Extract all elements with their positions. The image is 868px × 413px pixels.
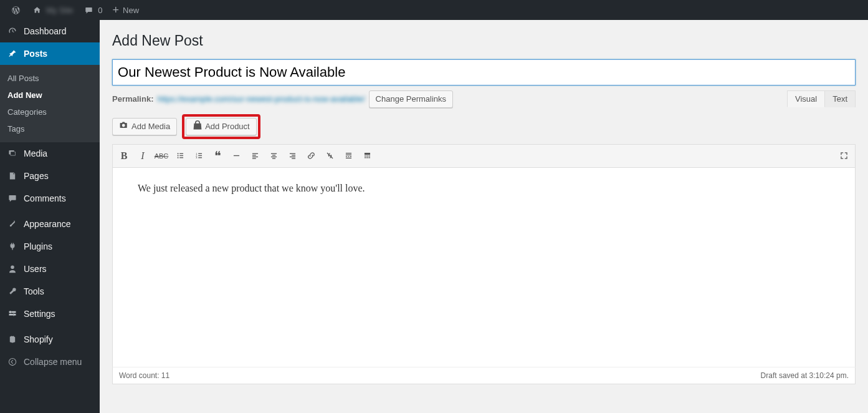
svg-rect-25 xyxy=(292,158,295,159)
admin-sidebar: Dashboard Posts All Posts Add New Catego… xyxy=(0,20,100,413)
posts-submenu: All Posts Add New Categories Tags xyxy=(0,65,100,142)
svg-rect-35 xyxy=(368,156,370,157)
svg-rect-15 xyxy=(252,155,255,156)
italic-button[interactable]: I xyxy=(134,147,151,165)
new-content[interactable]: + New xyxy=(108,0,145,20)
sidebar-item-shopify[interactable]: Shopify xyxy=(0,328,100,351)
svg-rect-29 xyxy=(348,157,349,157)
sidebar-collapse[interactable]: Collapse menu xyxy=(0,351,100,373)
comments-count: 0 xyxy=(98,6,102,15)
shopify-bag-icon xyxy=(193,120,203,133)
svg-point-5 xyxy=(177,157,178,158)
svg-rect-6 xyxy=(179,157,183,158)
add-media-button[interactable]: Add Media xyxy=(112,118,177,135)
svg-rect-31 xyxy=(345,158,351,158)
bulleted-list-button[interactable] xyxy=(171,147,189,165)
permalink-label: Permalink: xyxy=(112,94,153,104)
editor-toolbar: B I ABC 123 ❝ xyxy=(112,144,856,168)
editor-wrap: Add Media Add Product Visual Text B xyxy=(112,114,856,384)
svg-rect-38 xyxy=(368,157,370,158)
sidebar-label: Media xyxy=(24,148,47,158)
editor-content: We just released a new product that we k… xyxy=(138,180,830,197)
link-button[interactable] xyxy=(302,147,320,165)
submenu-add-new[interactable]: Add New xyxy=(0,87,100,104)
wp-logo[interactable] xyxy=(5,0,26,20)
sidebar-item-users[interactable]: Users xyxy=(0,258,100,280)
svg-rect-2 xyxy=(179,153,183,154)
add-product-button[interactable]: Add Product xyxy=(186,118,257,135)
svg-rect-36 xyxy=(364,157,366,158)
svg-text:3: 3 xyxy=(196,156,197,159)
align-left-button[interactable] xyxy=(246,147,264,165)
site-home[interactable]: My Site xyxy=(26,0,78,20)
svg-rect-33 xyxy=(364,156,366,157)
align-center-button[interactable] xyxy=(265,147,282,165)
comment-icon xyxy=(83,4,94,16)
svg-rect-12 xyxy=(198,157,202,158)
sidebar-item-dashboard[interactable]: Dashboard xyxy=(0,20,100,42)
numbered-list-button[interactable]: 123 xyxy=(190,147,207,165)
svg-rect-22 xyxy=(289,153,295,154)
sidebar-item-settings[interactable]: Settings xyxy=(0,303,100,325)
submenu-tags[interactable]: Tags xyxy=(0,120,100,137)
dashboard-icon xyxy=(6,25,19,37)
editor-tabs: Visual Text xyxy=(787,90,856,107)
read-more-button[interactable] xyxy=(340,147,357,165)
strikethrough-button[interactable]: ABC xyxy=(153,147,170,165)
svg-rect-26 xyxy=(345,153,351,153)
sidebar-item-tools[interactable]: Tools xyxy=(0,280,100,303)
bold-button[interactable]: B xyxy=(115,147,133,165)
svg-rect-34 xyxy=(366,156,368,157)
blockquote-button[interactable]: ❝ xyxy=(209,147,226,165)
svg-rect-27 xyxy=(345,155,351,155)
change-permalinks-button[interactable]: Change Permalinks xyxy=(369,90,453,108)
svg-rect-14 xyxy=(252,153,257,154)
sidebar-item-pages[interactable]: Pages xyxy=(0,165,100,187)
sidebar-label: Users xyxy=(24,264,47,274)
svg-point-3 xyxy=(177,155,178,157)
submenu-categories[interactable]: Categories xyxy=(0,104,100,120)
svg-rect-18 xyxy=(270,153,276,154)
toolbar-toggle-button[interactable] xyxy=(358,147,376,165)
pin-icon xyxy=(6,47,19,60)
save-status: Draft saved at 3:10:24 pm. xyxy=(761,371,849,380)
svg-rect-32 xyxy=(364,153,370,155)
svg-point-0 xyxy=(9,358,16,365)
fullscreen-button[interactable] xyxy=(835,147,852,165)
add-product-highlight: Add Product xyxy=(182,114,260,139)
sidebar-label: Dashboard xyxy=(24,26,67,36)
editor-body[interactable]: We just released a new product that we k… xyxy=(112,168,856,367)
sidebar-label: Settings xyxy=(24,309,55,319)
sidebar-item-plugins[interactable]: Plugins xyxy=(0,235,100,258)
sidebar-item-posts[interactable]: Posts xyxy=(0,42,100,65)
sidebar-item-media[interactable]: Media xyxy=(0,142,100,165)
permalink-url[interactable]: https://example.com/our-newest-product-i… xyxy=(157,94,365,104)
tab-visual[interactable]: Visual xyxy=(787,90,825,107)
svg-rect-8 xyxy=(198,153,202,154)
add-product-label: Add Product xyxy=(205,122,250,131)
page-icon xyxy=(6,170,19,182)
align-right-button[interactable] xyxy=(284,147,301,165)
sidebar-item-appearance[interactable]: Appearance xyxy=(0,213,100,235)
submenu-all-posts[interactable]: All Posts xyxy=(0,70,100,87)
sidebar-item-comments[interactable]: Comments xyxy=(0,187,100,210)
unlink-button[interactable] xyxy=(321,147,338,165)
media-buttons: Add Media Add Product xyxy=(112,114,856,139)
editor-footer: Word count: 11 Draft saved at 3:10:24 pm… xyxy=(112,367,856,384)
post-title-input[interactable] xyxy=(112,59,856,85)
sidebar-label: Shopify xyxy=(24,334,53,344)
admin-bar: My Site 0 + New xyxy=(0,0,868,20)
svg-rect-24 xyxy=(289,157,295,157)
media-icon xyxy=(6,147,19,160)
svg-rect-13 xyxy=(233,155,239,156)
hr-button[interactable] xyxy=(227,147,245,165)
svg-rect-37 xyxy=(366,157,368,158)
tab-text[interactable]: Text xyxy=(825,90,856,107)
home-icon xyxy=(31,4,42,16)
comments-link[interactable]: 0 xyxy=(78,0,107,20)
sliders-icon xyxy=(6,308,19,320)
sidebar-label: Appearance xyxy=(24,219,71,229)
page-title: Add New Post xyxy=(112,26,856,53)
main-content: Add New Post Permalink: https://example.… xyxy=(100,20,868,413)
user-icon xyxy=(6,263,19,275)
